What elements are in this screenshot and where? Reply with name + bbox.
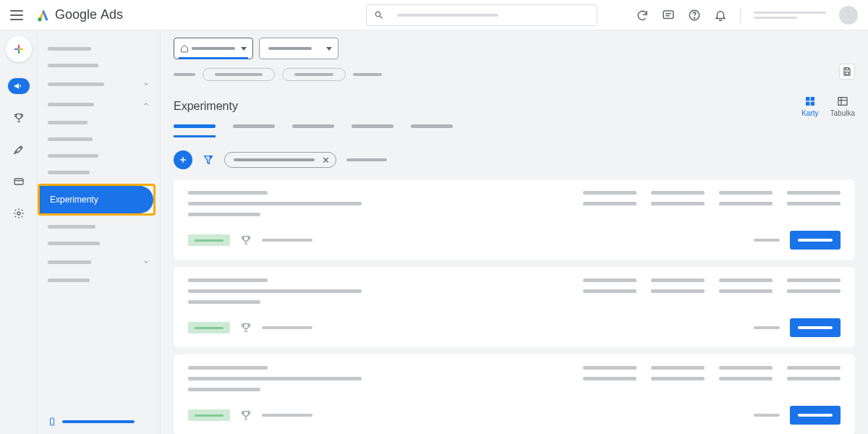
secondary-link[interactable] (754, 239, 780, 242)
filter-chip-label (234, 158, 315, 161)
toolbar-label (346, 158, 387, 161)
secondary-link[interactable] (754, 414, 780, 417)
breadcrumb-item[interactable] (353, 73, 382, 76)
secondary-link[interactable] (754, 326, 780, 329)
help-icon[interactable] (688, 9, 701, 22)
google-ads-logo-icon (36, 8, 51, 22)
view-cards-button[interactable]: Karty (801, 95, 818, 117)
status-badge (188, 409, 230, 421)
svg-point-13 (17, 212, 20, 215)
status-badge (188, 322, 230, 333)
search-icon (374, 10, 384, 20)
account-label[interactable] (754, 12, 826, 19)
chevron-down-icon (142, 80, 150, 88)
create-button[interactable] (6, 36, 32, 62)
save-button[interactable] (839, 64, 855, 80)
breadcrumb (174, 68, 855, 81)
plus-multicolor-icon (13, 43, 25, 55)
svg-point-5 (694, 17, 694, 18)
nav-billing[interactable] (8, 174, 30, 190)
menu-icon[interactable] (10, 10, 23, 20)
trophy-icon (240, 409, 252, 421)
svg-rect-22 (838, 98, 847, 106)
gear-icon (13, 208, 25, 219)
product-logo[interactable]: Google Ads (36, 7, 123, 22)
search-placeholder (397, 14, 498, 17)
table-icon (837, 95, 848, 107)
account-selector[interactable] (174, 38, 253, 59)
chevron-down-icon (142, 258, 150, 265)
experiment-card (174, 179, 855, 260)
sidebar-item[interactable] (38, 164, 160, 181)
avatar[interactable] (839, 6, 858, 25)
sidebar-item[interactable] (38, 148, 160, 164)
sidebar-item[interactable] (38, 131, 160, 148)
home-icon (180, 44, 189, 53)
product-name: Google Ads (55, 7, 123, 22)
tab[interactable] (233, 124, 275, 137)
breadcrumb-item[interactable] (174, 73, 195, 76)
tab[interactable] (352, 124, 393, 137)
svg-point-10 (20, 146, 22, 148)
card-meta (262, 326, 312, 329)
svg-rect-6 (18, 45, 20, 48)
nav-goals[interactable] (8, 110, 30, 126)
refresh-icon[interactable] (636, 9, 649, 22)
tab[interactable] (174, 124, 216, 137)
svg-rect-7 (18, 50, 20, 54)
filter-chip[interactable]: ✕ (224, 152, 336, 168)
icon-rail (0, 30, 38, 434)
primary-action-button[interactable] (790, 231, 841, 250)
filter-icon[interactable] (203, 154, 214, 166)
sidebar-item-experiments[interactable]: Experimenty (40, 186, 153, 213)
nav-campaigns[interactable] (8, 78, 30, 94)
sidebar-highlight: Experimenty (38, 184, 156, 216)
trophy-icon (240, 322, 252, 333)
app-header: Google Ads (0, 0, 868, 30)
svg-rect-20 (806, 102, 809, 106)
svg-rect-18 (806, 97, 809, 101)
sidebar-item[interactable] (38, 114, 160, 131)
nav-tools[interactable] (8, 142, 30, 158)
svg-rect-11 (14, 179, 23, 184)
card-meta (262, 239, 312, 242)
tools-icon (13, 144, 25, 156)
card-icon (13, 176, 25, 187)
tab[interactable] (411, 124, 453, 137)
sidebar-item[interactable] (38, 74, 160, 94)
primary-action-button[interactable] (790, 406, 841, 425)
sidebar-item[interactable] (38, 94, 160, 114)
sidebar-item[interactable] (38, 41, 160, 57)
primary-action-button[interactable] (790, 318, 841, 337)
sidebar-footer-link[interactable] (48, 417, 135, 427)
svg-rect-19 (811, 97, 814, 101)
sidebar: Experimenty (38, 30, 161, 434)
svg-point-0 (38, 17, 41, 21)
sidebar-item[interactable] (38, 272, 160, 289)
device-icon (48, 417, 56, 427)
grid-icon (804, 95, 816, 107)
sidebar-item[interactable] (38, 252, 160, 272)
sidebar-item[interactable] (38, 57, 160, 74)
sidebar-item[interactable] (38, 235, 160, 252)
save-icon (842, 67, 852, 77)
scope-selector[interactable] (259, 38, 339, 59)
divider (740, 7, 741, 23)
tab[interactable] (292, 124, 334, 137)
trophy-icon (240, 234, 252, 246)
nav-admin[interactable] (8, 205, 30, 221)
view-table-button[interactable]: Tabulka (830, 95, 855, 117)
trophy-icon (13, 112, 25, 124)
search-input[interactable] (366, 4, 597, 26)
chat-icon[interactable] (662, 9, 675, 22)
breadcrumb-pill[interactable] (282, 68, 346, 81)
chevron-up-icon (142, 101, 150, 108)
notifications-icon[interactable] (714, 9, 727, 22)
main-content: Experimenty Karty Tabulka (161, 30, 868, 434)
add-button[interactable] (174, 150, 192, 169)
breadcrumb-pill[interactable] (203, 68, 275, 81)
svg-rect-21 (811, 102, 814, 106)
close-icon[interactable]: ✕ (322, 155, 330, 166)
sidebar-item[interactable] (38, 218, 160, 235)
page-title: Experimenty (174, 100, 238, 113)
